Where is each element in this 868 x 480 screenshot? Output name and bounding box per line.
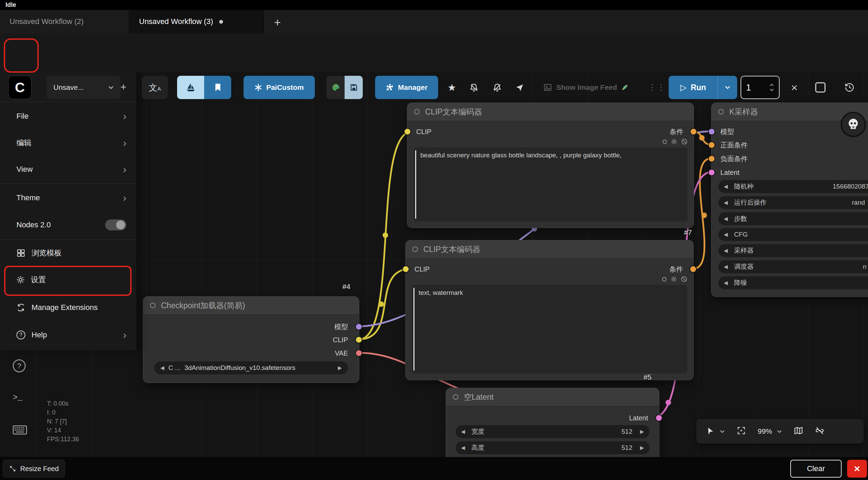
left-arrow-icon[interactable]: ◀ bbox=[724, 248, 728, 254]
node-header[interactable]: CLIP文本编码器 bbox=[407, 103, 694, 121]
output-port-vae[interactable] bbox=[355, 350, 362, 357]
shortcuts-button[interactable] bbox=[13, 425, 27, 435]
show-image-feed-button[interactable]: Show Image Feed bbox=[540, 76, 632, 99]
left-arrow-icon[interactable]: ◀ bbox=[724, 264, 728, 270]
menu-item-theme[interactable]: Theme › bbox=[0, 184, 137, 211]
right-arrow-icon[interactable]: ▶ bbox=[640, 445, 644, 451]
close-feed-button[interactable]: × bbox=[847, 460, 867, 478]
node-clip-text-encode-negative[interactable]: CLIP文本编码器 CLIP 条件 text, watermark bbox=[405, 240, 694, 380]
bookmark-button[interactable] bbox=[204, 76, 231, 99]
circle-icon[interactable] bbox=[662, 277, 667, 281]
input-port-negative[interactable] bbox=[708, 155, 715, 163]
left-arrow-icon[interactable]: ◀ bbox=[724, 200, 728, 206]
left-arrow-icon[interactable]: ◀ bbox=[724, 216, 728, 222]
left-arrow-icon[interactable]: ◀ bbox=[461, 429, 465, 435]
menu-item-edit[interactable]: 编辑 › bbox=[0, 130, 137, 156]
collapse-dot-icon[interactable] bbox=[453, 394, 458, 400]
collapse-dot-icon[interactable] bbox=[718, 109, 724, 115]
prompt-textarea[interactable]: text, watermark bbox=[412, 285, 687, 373]
palette-button[interactable] bbox=[326, 76, 345, 99]
chevron-down-icon[interactable] bbox=[769, 88, 774, 91]
node-header[interactable]: CLIP文本编码器 bbox=[406, 240, 693, 259]
right-arrow-icon[interactable]: ▶ bbox=[640, 429, 644, 435]
fit-view-button[interactable] bbox=[736, 426, 746, 437]
clear-feed-button[interactable]: Clear bbox=[790, 460, 842, 478]
output-port-clip[interactable] bbox=[355, 336, 362, 344]
input-port-model[interactable] bbox=[708, 128, 715, 135]
collapse-dot-icon[interactable] bbox=[414, 109, 420, 115]
menu-item-nodes2[interactable]: Nodes 2.0 bbox=[0, 212, 137, 238]
toggle-links-button[interactable] bbox=[815, 426, 824, 437]
menu-item-file[interactable]: File › bbox=[0, 103, 137, 130]
pointer-mode-dropdown[interactable] bbox=[706, 427, 725, 436]
nodes2-toggle[interactable] bbox=[105, 219, 126, 230]
height-widget[interactable]: ◀ 高度 512 ▶ bbox=[456, 441, 649, 454]
mute-icon[interactable] bbox=[681, 276, 687, 282]
output-port-cond[interactable] bbox=[690, 266, 697, 273]
chevron-up-icon[interactable] bbox=[769, 84, 774, 86]
menu-item-browse-templates[interactable]: 浏览模板 bbox=[0, 240, 137, 266]
ckpt-name-combo[interactable]: ◀ C ... 3dAnimationDiffusion_v10.safeten… bbox=[154, 361, 348, 374]
output-port-model[interactable] bbox=[355, 323, 362, 331]
manager-button[interactable]: Manager bbox=[375, 76, 438, 99]
notifications-off-button[interactable] bbox=[489, 76, 505, 99]
resize-feed-button[interactable]: Resize Feed bbox=[3, 460, 65, 478]
menu-item-help[interactable]: ? Help › bbox=[0, 322, 137, 348]
batch-count-stepper[interactable]: 1 bbox=[741, 76, 780, 99]
translate-button[interactable]: 文A bbox=[142, 76, 168, 99]
left-arrow-icon[interactable]: ◀ bbox=[724, 231, 728, 238]
output-port-latent[interactable] bbox=[655, 415, 662, 422]
drag-handle[interactable]: ⋮⋮ bbox=[651, 76, 663, 99]
node-checkpoint-loader[interactable]: Checkpoint加载器(简易) 模型 CLIP VAE ◀ C ... 3d… bbox=[143, 296, 359, 383]
node-clip-text-encode-positive[interactable]: CLIP文本编码器 CLIP 条件 beautiful scenery natu… bbox=[407, 103, 694, 228]
control-after-generate-widget[interactable]: ◀ 运行后操作 rand bbox=[718, 196, 868, 209]
right-arrow-icon[interactable]: ▶ bbox=[338, 365, 342, 371]
gear-icon[interactable] bbox=[671, 139, 677, 145]
history-button[interactable] bbox=[840, 76, 859, 99]
left-arrow-icon[interactable]: ◀ bbox=[724, 280, 728, 286]
sailboat-button[interactable] bbox=[177, 76, 204, 99]
menu-item-view[interactable]: View › bbox=[0, 156, 137, 183]
scheduler-widget[interactable]: ◀ 调度器 n bbox=[718, 260, 868, 273]
left-arrow-icon[interactable]: ◀ bbox=[461, 445, 465, 451]
comfyui-logo-button[interactable]: C bbox=[8, 76, 32, 99]
notifications-button[interactable] bbox=[466, 76, 482, 99]
skull-badge[interactable] bbox=[841, 112, 866, 137]
collapse-dot-icon[interactable] bbox=[412, 247, 418, 252]
cfg-widget[interactable]: ◀ CFG bbox=[718, 228, 868, 241]
gear-icon[interactable] bbox=[671, 276, 677, 282]
run-button[interactable]: ▷ Run bbox=[669, 76, 718, 99]
collapse-dot-icon[interactable] bbox=[150, 303, 156, 308]
paicustom-button[interactable]: PaiCustom bbox=[244, 76, 315, 99]
help-circle-button[interactable]: ? bbox=[13, 359, 26, 372]
terminal-button[interactable]: >_ bbox=[13, 393, 23, 402]
node-header[interactable]: Checkpoint加载器(简易) bbox=[143, 297, 359, 315]
input-port-clip[interactable] bbox=[402, 266, 409, 273]
denoise-widget[interactable]: ◀ 降噪 bbox=[718, 276, 868, 289]
steps-widget[interactable]: ◀ 步数 bbox=[718, 212, 868, 225]
save-button[interactable] bbox=[345, 76, 363, 99]
stop-button[interactable] bbox=[813, 76, 828, 99]
seed-widget[interactable]: ◀ 随机种 15668020876 bbox=[718, 180, 868, 193]
circle-icon[interactable] bbox=[662, 140, 667, 144]
sampler-widget[interactable]: ◀ 采样器 bbox=[718, 244, 868, 257]
favorites-button[interactable]: ★ bbox=[444, 76, 460, 99]
left-arrow-icon[interactable]: ◀ bbox=[724, 183, 728, 190]
width-widget[interactable]: ◀ 宽度 512 ▶ bbox=[456, 425, 649, 438]
input-port-positive[interactable] bbox=[708, 142, 715, 149]
node-header[interactable]: 空Latent bbox=[446, 388, 659, 406]
mute-icon[interactable] bbox=[681, 139, 687, 145]
tab-unsaved-workflow-2[interactable]: Unsaved Workflow (2) bbox=[0, 10, 129, 33]
prompt-textarea[interactable]: beautiful scenery nature glass bottle la… bbox=[413, 147, 687, 221]
share-button[interactable] bbox=[512, 76, 528, 99]
input-port-latent[interactable] bbox=[708, 169, 715, 176]
run-options-button[interactable] bbox=[718, 76, 737, 99]
left-arrow-icon[interactable]: ◀ bbox=[160, 365, 164, 371]
node-empty-latent[interactable]: 空Latent Latent ◀ 宽度 512 ▶ ◀ 高度 512 ▶ bbox=[446, 388, 659, 464]
workflow-select-dropdown[interactable]: Unsave... bbox=[47, 76, 121, 99]
new-tab-button[interactable]: + bbox=[270, 15, 285, 30]
input-port-clip[interactable] bbox=[404, 128, 411, 135]
tab-unsaved-workflow-3[interactable]: Unsaved Workflow (3) bbox=[129, 10, 264, 33]
output-port-cond[interactable] bbox=[690, 128, 697, 135]
menu-item-settings[interactable]: 设置 bbox=[0, 266, 137, 293]
